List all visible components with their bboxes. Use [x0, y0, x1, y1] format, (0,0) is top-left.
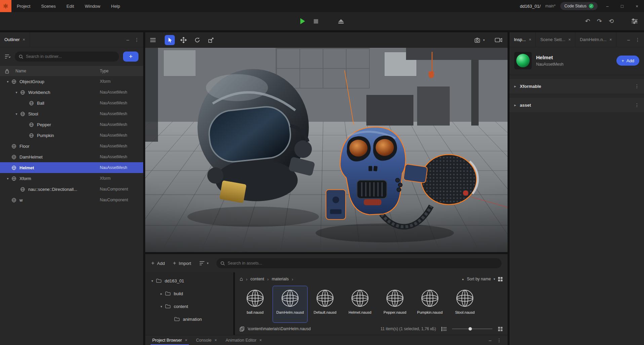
panel-menu-button[interactable]: ⋮ — [134, 37, 139, 42]
outliner-row-pepper[interactable]: PepperNauAssetMesh — [0, 119, 143, 130]
outliner-row-xform[interactable]: ▾XformXform — [0, 173, 143, 184]
outliner-row-pumpkin[interactable]: PumpkinNauAssetMesh — [0, 130, 143, 141]
stop-button[interactable] — [314, 19, 318, 24]
folder-row-content[interactable]: ▾content — [145, 300, 233, 313]
folder-row-build[interactable]: ▸build — [145, 287, 233, 300]
maximize-button[interactable]: □ — [617, 4, 627, 9]
play-button[interactable] — [300, 18, 305, 24]
menu-help[interactable]: Help — [106, 0, 126, 12]
asset-add-button[interactable]: + Add — [151, 260, 165, 266]
asset-search-input[interactable] — [228, 261, 497, 266]
expand-chevron-icon[interactable]: ▾ — [158, 305, 164, 308]
slider-knob[interactable] — [469, 327, 472, 331]
export-button[interactable] — [338, 19, 344, 24]
inspector-tab-0[interactable]: Insp...× — [510, 32, 536, 47]
panel-menu-button[interactable]: ⋮ — [635, 37, 640, 42]
sort-by-label[interactable]: Sort by name — [467, 277, 491, 281]
expand-chevron-icon[interactable]: ▾ — [149, 279, 155, 283]
outliner-row-w[interactable]: wNauComponent — [0, 195, 143, 205]
close-icon[interactable]: × — [568, 37, 571, 42]
close-icon[interactable]: × — [609, 37, 612, 42]
copy-icon[interactable] — [240, 326, 244, 332]
asset-tile-ball-nausd[interactable]: ball.nausd — [238, 286, 273, 323]
redo-button[interactable]: ↷ — [597, 18, 602, 25]
asset-tile-damhelm-nausd[interactable]: DamHelm.nausd — [273, 286, 308, 323]
viewport-3d-scene[interactable] — [145, 48, 508, 252]
section-xformable[interactable]: ▸ Xformable ⋮ — [510, 78, 644, 94]
outliner-row-damhelmet[interactable]: DamHelmetNauAssetMesh — [0, 151, 143, 162]
sort-direction-icon[interactable]: ▲ — [461, 278, 464, 281]
toolbar-settings-button[interactable] — [631, 19, 638, 24]
videocam-icon[interactable] — [495, 38, 502, 42]
outliner-row-nau-scene-directionall-[interactable]: nau::scene::Directionall...NauComponent — [0, 184, 143, 195]
outliner-row-ball[interactable]: BallNauAssetMesh — [0, 98, 143, 108]
inspector-tab-1[interactable]: Scene Sett...× — [536, 32, 575, 47]
menu-project[interactable]: Project — [11, 0, 36, 12]
select-tool-button[interactable] — [165, 35, 175, 45]
bottom-tab-2[interactable]: Animation Editor× — [221, 335, 266, 345]
close-button[interactable]: × — [632, 4, 642, 9]
outliner-row-floor[interactable]: FloorNauAssetMesh — [0, 141, 143, 151]
folder-row-dd163_01[interactable]: ▾dd163_01 — [145, 274, 233, 287]
outliner-row-stool[interactable]: ▾StoolNauAssetMesh — [0, 108, 143, 119]
outliner-add-button[interactable]: + — [123, 51, 138, 62]
expand-chevron-icon[interactable]: ▾ — [13, 112, 19, 116]
collapse-panel-button[interactable]: – — [489, 338, 491, 343]
filter-icon[interactable] — [5, 54, 11, 59]
panel-menu-button[interactable]: ⋮ — [497, 338, 501, 343]
grid-view-icon[interactable] — [498, 277, 503, 282]
camera-settings-button[interactable]: ▾ — [475, 38, 485, 43]
viewport-menu-icon[interactable] — [150, 38, 156, 42]
close-icon[interactable]: × — [185, 338, 187, 343]
thumbnail-size-slider[interactable] — [452, 329, 492, 329]
outliner-search[interactable] — [15, 51, 119, 62]
column-header-name[interactable]: Name — [15, 69, 26, 73]
bottom-tab-1[interactable]: Console× — [192, 335, 221, 345]
asset-filter-button[interactable]: ▾ — [199, 261, 209, 266]
close-icon[interactable]: × — [23, 37, 25, 42]
bottom-tab-0[interactable]: Project Browser× — [148, 335, 192, 345]
outliner-row-helmet[interactable]: HelmetNauAssetMesh — [0, 162, 143, 173]
asset-tile-pumpkin-nausd[interactable]: Pumpkin.nausd — [412, 286, 447, 323]
expand-chevron-icon[interactable]: ▾ — [5, 177, 11, 180]
tab-outliner[interactable]: Outliner × — [0, 32, 30, 47]
move-tool-button[interactable] — [178, 35, 189, 45]
asset-tile-default-nausd[interactable]: Default.nausd — [308, 286, 343, 323]
code-status-badge[interactable]: Code Status ✓ — [560, 2, 598, 10]
collapse-panel-button[interactable]: – — [627, 37, 630, 42]
scale-tool-button[interactable] — [206, 35, 216, 45]
inspector-tab-2[interactable]: DamHelm.n...× — [575, 32, 616, 47]
asset-tile-pepper-nausd[interactable]: Pepper.nausd — [377, 286, 412, 323]
menu-window[interactable]: Window — [79, 0, 106, 12]
outliner-search-input[interactable] — [26, 54, 115, 59]
close-icon[interactable]: × — [259, 338, 262, 343]
column-header-type[interactable]: Type — [100, 69, 109, 73]
outliner-row-objectgroup[interactable]: ▾ObjectGroupXform — [0, 76, 143, 87]
asset-tile-helmet-nausd[interactable]: Helmet.nausd — [343, 286, 377, 323]
undo-button[interactable]: ↶ — [585, 18, 590, 25]
history-button[interactable]: ⟲ — [609, 18, 614, 25]
section-menu-button[interactable]: ⋮ — [635, 102, 639, 108]
menu-edit[interactable]: Edit — [61, 0, 79, 12]
expand-chevron-icon[interactable]: ▾ — [13, 91, 19, 94]
close-icon[interactable]: × — [214, 338, 217, 343]
asset-search[interactable] — [216, 258, 501, 268]
rotate-tool-button[interactable] — [192, 35, 202, 45]
collapse-panel-button[interactable]: – — [126, 37, 129, 42]
list-view-icon[interactable] — [441, 327, 447, 331]
expand-chevron-icon[interactable]: ▸ — [158, 292, 164, 296]
grid-view-icon[interactable] — [498, 326, 503, 332]
asset-tile-stool-nausd[interactable]: Stool.nausd — [447, 286, 482, 323]
breadcrumb-materials[interactable]: materials — [272, 277, 289, 281]
close-icon[interactable]: × — [529, 37, 531, 42]
lock-icon[interactable] — [5, 69, 9, 74]
home-icon[interactable]: ⌂ — [240, 276, 243, 282]
outliner-row-workbench[interactable]: ▾WorkbenchNauAssetMesh — [0, 87, 143, 98]
section-asset[interactable]: ▸ asset ⋮ — [510, 97, 644, 113]
minimize-button[interactable]: – — [602, 4, 612, 9]
folder-row-animation[interactable]: animation — [145, 313, 233, 325]
expand-chevron-icon[interactable]: ▾ — [5, 80, 11, 83]
asset-import-button[interactable]: + Import — [173, 260, 191, 266]
breadcrumb-content[interactable]: content — [250, 277, 264, 281]
add-component-button[interactable]: + Add — [616, 56, 639, 66]
